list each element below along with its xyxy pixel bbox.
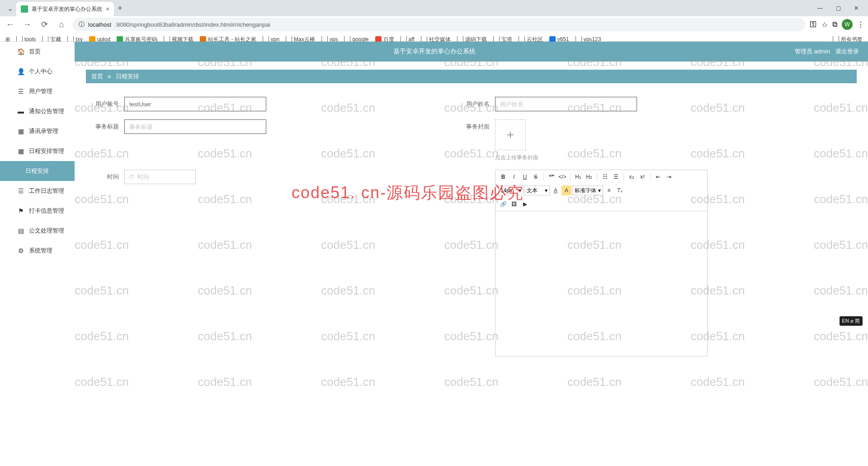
site-info-icon[interactable]: ⓘ: [79, 20, 85, 29]
address-bar: ← → ⟳ ⌂ ⓘ localhost:8080/springboot8Jba9…: [0, 16, 868, 33]
sidebar-item-schedule-mgr[interactable]: ▦日程安排管理: [0, 141, 75, 161]
close-window-button[interactable]: ✕: [850, 5, 863, 11]
maximize-button[interactable]: ▢: [832, 5, 844, 11]
clear-format-button[interactable]: Tₓ: [615, 185, 625, 195]
indent-button[interactable]: ⇤: [653, 172, 663, 182]
gear-icon: ⚙: [17, 247, 24, 254]
tab-bar: ⌄ 基于安卓开发的掌心办公系统 × + — ▢ ✕: [0, 0, 868, 16]
menu-icon[interactable]: ⋮: [857, 20, 864, 29]
ime-indicator[interactable]: EN ⌀ 简: [840, 316, 863, 326]
key-icon[interactable]: ⚿: [810, 20, 817, 29]
home-icon: 🏠: [17, 48, 24, 55]
forward-button[interactable]: →: [21, 18, 33, 31]
editor-content[interactable]: [495, 211, 707, 356]
url-host: localhost: [88, 21, 111, 28]
app-title: 基于安卓开发的掌心办公系统: [75, 48, 795, 56]
window-controls: — ▢ ✕: [814, 5, 868, 11]
browser-tab[interactable]: 基于安卓开发的掌心办公系统 ×: [16, 2, 114, 16]
bold-button[interactable]: B: [498, 172, 508, 182]
back-button[interactable]: ←: [4, 18, 16, 31]
code-button[interactable]: </>: [557, 172, 567, 182]
upload-cover-button[interactable]: +: [495, 119, 526, 150]
upload-hint: 点击上传事务封面: [495, 154, 538, 162]
italic-button[interactable]: I: [509, 172, 519, 182]
minimize-button[interactable]: —: [814, 5, 826, 11]
current-user: 管理员 admin: [795, 48, 830, 56]
new-tab-button[interactable]: +: [118, 4, 123, 13]
bookmark-star-icon[interactable]: ☆: [821, 20, 828, 29]
task-title-input[interactable]: [124, 119, 266, 134]
h2-button[interactable]: H₂: [584, 172, 594, 182]
quote-button[interactable]: ❝❞: [547, 172, 557, 182]
user-name-input[interactable]: [495, 97, 637, 111]
sidebar-item-docs[interactable]: ▤公文处理管理: [0, 221, 75, 241]
app-root: 🏠首页 👤个人中心 ☰用户管理 ▬通知公告管理 ▦通讯录管理 ▦日程安排管理 日…: [0, 42, 868, 466]
url-input[interactable]: ⓘ localhost:8080/springboot8Jba9/admin/d…: [72, 18, 805, 31]
text-color-button[interactable]: A: [551, 185, 561, 195]
home-button[interactable]: ⌂: [55, 18, 68, 31]
align-button[interactable]: ≡: [604, 185, 614, 195]
sidebar-item-home[interactable]: 🏠首页: [0, 42, 75, 62]
sidebar-item-checkin[interactable]: ⚑打卡信息管理: [0, 201, 75, 221]
sidebar-item-worklog[interactable]: ☰工作日志管理: [0, 181, 75, 201]
sidebar-item-notices[interactable]: ▬通知公告管理: [0, 101, 75, 121]
field-label: 用户姓名: [459, 97, 495, 111]
users-icon: ☰: [17, 88, 24, 95]
breadcrumb-current: 日程安排: [116, 72, 139, 81]
font-family-select[interactable]: 文本▾: [524, 185, 550, 195]
editor-toolbar: B I U S ❝❞ </> H₁ H₂: [495, 170, 707, 211]
close-icon[interactable]: ×: [106, 5, 109, 13]
bg-color-button[interactable]: A: [561, 185, 571, 195]
field-user-account: 用户账号: [88, 97, 359, 111]
field-task-title: 事务标题: [88, 119, 359, 162]
tabs-dropdown-icon[interactable]: ⌄: [4, 2, 16, 14]
tab-title: 基于安卓开发的掌心办公系统: [32, 5, 102, 13]
url-path: :8080/springboot8Jba9/admin/dist/index.h…: [115, 21, 270, 28]
sidebar: 🏠首页 👤个人中心 ☰用户管理 ▬通知公告管理 ▦通讯录管理 ▦日程安排管理 日…: [0, 42, 75, 466]
field-label: 时间: [88, 170, 124, 184]
browser-chrome: ⌄ 基于安卓开发的掌心办公系统 × + — ▢ ✕ ← → ⟳ ⌂ ⓘ loca…: [0, 0, 868, 42]
breadcrumb: 首页 ≡ 日程安排: [86, 70, 857, 83]
ul-button[interactable]: ☰: [611, 172, 621, 182]
subscript-button[interactable]: x₂: [627, 172, 637, 182]
reload-button[interactable]: ⟳: [38, 18, 51, 31]
sidebar-item-profile[interactable]: 👤个人中心: [0, 62, 75, 81]
field-label: 事务标题: [88, 119, 124, 134]
grid-icon: ▦: [17, 147, 24, 155]
main-content: 基于安卓开发的掌心办公系统 管理员 admin 退出登录 首页 ≡ 日程安排 用…: [75, 42, 868, 466]
breadcrumb-home[interactable]: 首页: [91, 72, 103, 81]
time-picker[interactable]: 时间: [124, 170, 196, 184]
sidebar-item-system[interactable]: ⚙系统管理: [0, 241, 75, 261]
sidebar-item-contacts[interactable]: ▦通讯录管理: [0, 121, 75, 141]
std-font-select[interactable]: 标准字体▾: [572, 185, 603, 195]
outdent-button[interactable]: ⇥: [664, 172, 674, 182]
watermark-big: code51. cn-源码乐园盗图必究: [292, 182, 524, 204]
field-user-name: 用户姓名: [459, 97, 637, 111]
app-header: 基于安卓开发的掌心办公系统 管理员 admin 退出登录: [75, 42, 868, 62]
strike-button[interactable]: S: [531, 172, 541, 182]
flag-icon: ⚑: [17, 207, 24, 214]
form: 用户账号 用户姓名 事务标题 事务封面 +: [75, 83, 868, 365]
rich-text-editor: B I U S ❝❞ </> H₁ H₂: [495, 170, 708, 357]
favicon-icon: [21, 5, 28, 13]
notice-icon: ▬: [17, 108, 24, 115]
logout-link[interactable]: 退出登录: [835, 48, 859, 56]
breadcrumb-sep: ≡: [108, 73, 111, 80]
h1-button[interactable]: H₁: [573, 172, 583, 182]
sidebar-item-schedule[interactable]: 日程安排: [0, 161, 75, 181]
sidebar-item-users[interactable]: ☰用户管理: [0, 81, 75, 101]
field-label: 用户账号: [88, 97, 124, 111]
grid-icon: ▦: [17, 128, 24, 135]
ol-button[interactable]: ☷: [600, 172, 610, 182]
user-account-input[interactable]: [124, 97, 266, 111]
plus-icon: +: [507, 128, 514, 142]
list-icon: ☰: [17, 187, 24, 195]
user-icon: 👤: [17, 68, 24, 75]
doc-icon: ▤: [17, 227, 24, 234]
field-label: 事务封面: [459, 119, 495, 134]
extensions-icon[interactable]: ⧉: [832, 20, 837, 29]
superscript-button[interactable]: x²: [637, 172, 647, 182]
underline-button[interactable]: U: [520, 172, 530, 182]
field-task-cover: 事务封面 + 点击上传事务封面: [459, 119, 538, 162]
profile-avatar[interactable]: W: [842, 19, 853, 30]
